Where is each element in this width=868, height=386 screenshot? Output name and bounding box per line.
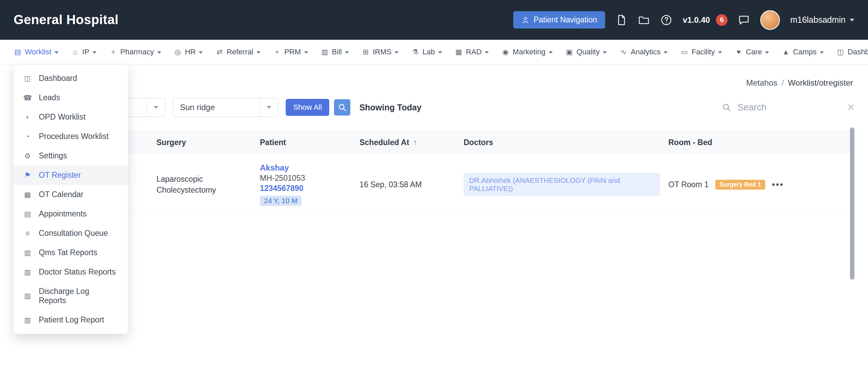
hr-icon: ◎ [174,48,182,56]
nav-rad[interactable]: ▦RAD [455,48,489,56]
nav-facility[interactable]: ▭Facility [680,48,722,56]
show-all-button[interactable]: Show All [286,99,329,116]
patient-navigation-icon [521,16,530,24]
menu-item-label: Procedures Worklist [39,132,108,141]
nav-bill[interactable]: ▥Bill [321,48,349,56]
camps-icon: ▲ [782,48,790,56]
nav-lab[interactable]: ⚗Lab [411,48,442,56]
phone-icon: ☎ [23,94,32,102]
menu-item-qms-tat-reports[interactable]: ▥Qms Tat Reports [14,243,128,262]
book-icon: ▤ [23,210,32,218]
menu-item-patient-log-report[interactable]: ▥Patient Log Report [14,310,128,330]
menu-item-label: Qms Tat Reports [39,248,97,257]
nav-worklist[interactable]: ▤Worklist [14,48,59,56]
menu-item-dashboard[interactable]: ◫Dashboard [14,69,128,88]
nav-label: Analytics [631,48,661,56]
column-header-room-bed: Room - Bed [668,138,854,147]
search-button[interactable] [334,99,350,116]
column-header-surgery: Surgery [156,138,260,147]
chevron-down-icon [718,51,722,54]
nav-marketing[interactable]: ◉Marketing [501,48,553,56]
nav-ip[interactable]: ⌂IP [71,48,97,56]
chevron-down-icon [54,51,59,54]
doctors-cell: DR.Abhishek (ANAESTHESIOLOGY (PAIN and P… [464,173,668,196]
nav-label: IP [82,48,89,56]
nav-care[interactable]: ♥Care [735,48,769,56]
menu-item-label: Discharge Log Reports [39,287,118,305]
patient-name-link[interactable]: Akshay [260,163,351,173]
menu-item-discharge-log-reports[interactable]: ▥Discharge Log Reports [14,282,128,310]
report-icon: ▥ [23,249,32,257]
breadcrumb: Metahos / Worklist/otregister [14,65,854,90]
prm-icon: + [273,48,281,56]
nav-dashboards[interactable]: ◫Dashboards [836,48,868,56]
menu-item-label: Consultation Queue [39,229,108,238]
menu-item-label: Appointments [39,209,87,218]
search-icon [722,103,731,112]
notification-count-badge[interactable]: 6 [716,14,728,26]
menu-item-appointments[interactable]: ▤Appointments [14,204,128,224]
facility-icon: ▭ [680,48,688,56]
nav-analytics[interactable]: ∿Analytics [619,48,668,56]
showing-today-label: Showing Today [359,103,421,112]
menu-item-consultation-queue[interactable]: ≡Consultation Queue [14,224,128,243]
nav-pharmacy[interactable]: +Pharmacy [109,48,161,56]
nav-referral[interactable]: ⇄Referral [215,48,260,56]
nav-quality[interactable]: ▣Quality [565,48,607,56]
location-select-value: Sun ridge [180,103,215,112]
search-input[interactable] [737,102,842,113]
menu-item-procedures-worklist[interactable]: ◔Procedures Worklist [14,127,128,146]
vertical-scrollbar[interactable] [850,127,854,280]
calendar-icon: ▦ [23,191,32,199]
search-icon [338,103,347,112]
row-actions-icon[interactable]: ••• [772,180,784,190]
chevron-down-icon [256,51,261,54]
chevron-down-icon [93,51,97,54]
clear-search-icon[interactable]: × [847,101,854,113]
help-icon[interactable] [660,14,672,26]
chat-icon[interactable] [738,14,750,26]
menu-item-opd-worklist[interactable]: +OPD Worklist [14,107,128,127]
nav-irms[interactable]: ⊞IRMS [362,48,399,56]
queue-icon: ≡ [23,229,32,238]
breadcrumb-root[interactable]: Metahos [746,78,778,88]
report-icon: ▥ [23,316,32,324]
menu-item-label: OT Calendar [39,190,83,199]
dashboards-icon: ◫ [836,48,845,56]
nav-hr[interactable]: ◎HR [174,48,203,56]
doctor-badge: DR.Abhishek (ANAESTHESIOLOGY (PAIN and P… [464,173,660,196]
folder-icon[interactable] [638,14,650,26]
menu-item-doctor-status-reports[interactable]: ▥Doctor Status Reports [14,262,128,282]
sort-ascending-icon[interactable]: ↑ [413,138,417,147]
chevron-down-icon [603,51,607,54]
menu-item-label: OPD Worklist [39,112,86,122]
column-header-scheduled-at[interactable]: Scheduled At ↑ [360,138,464,147]
chevron-down-icon [850,19,854,21]
avatar[interactable] [760,10,780,30]
chevron-down-icon [438,51,442,54]
plus-icon: + [23,113,32,121]
username-label: m16labsadmin [790,15,846,25]
nav-camps[interactable]: ▲Camps [782,48,824,56]
nav-label: RAD [466,48,482,56]
patient-navigation-button[interactable]: Patient Navigation [513,11,605,29]
lab-icon: ⚗ [411,48,419,56]
location-select[interactable]: Sun ridge [173,98,278,117]
chevron-down-icon [147,98,165,117]
patient-phone-link[interactable]: 1234567890 [260,184,351,193]
patient-cell: Akshay MH-2501053 1234567890 24 Y, 10 M [260,163,360,206]
document-icon[interactable] [615,14,628,26]
column-header-label: Scheduled At [360,138,409,147]
pharmacy-icon: + [109,48,117,56]
table-search: × [722,101,854,113]
patient-navigation-label: Patient Navigation [534,15,597,24]
quality-icon: ▣ [565,48,573,56]
menu-item-label: Doctor Status Reports [39,267,116,277]
menu-item-leads[interactable]: ☎Leads [14,88,128,107]
patient-age-badge: 24 Y, 10 M [260,196,301,206]
menu-item-ot-calendar[interactable]: ▦OT Calendar [14,185,128,204]
nav-prm[interactable]: +PRM [273,48,308,56]
user-menu[interactable]: m16labsadmin [790,15,854,25]
menu-item-settings[interactable]: ⚙Settings [14,146,128,165]
menu-item-ot-register[interactable]: ⚑OT Register [14,165,128,185]
